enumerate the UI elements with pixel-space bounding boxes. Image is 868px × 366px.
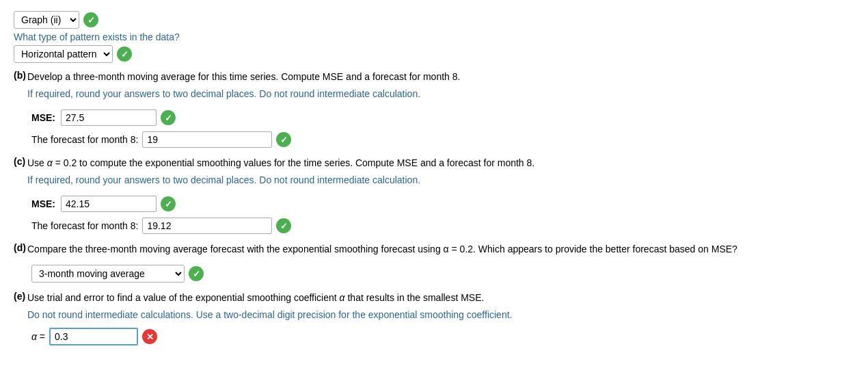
section-e-letter: (e) <box>14 291 27 302</box>
section-e-alpha-label: α = <box>31 331 45 342</box>
section-c-content: Use α = 0.2 to compute the exponential s… <box>27 156 854 190</box>
pattern-question: What type of pattern exists in the data? <box>14 31 854 42</box>
section-d-content: Compare the three-month moving average f… <box>27 242 854 259</box>
section-c-alpha: α <box>47 157 53 168</box>
pattern-select-row: Horizontal pattern Trend pattern Seasona… <box>14 45 854 63</box>
section-e-alpha-symbol: α <box>340 292 345 303</box>
section-c-mse-label: MSE: <box>31 198 55 209</box>
section-c-forecast-row: The forecast for month 8: ✓ <box>14 218 854 234</box>
section-e-alpha-input[interactable] <box>49 328 138 345</box>
section-b-letter: (b) <box>14 70 27 81</box>
section-c-mse-row: MSE: ✓ <box>14 196 854 212</box>
section-b-forecast-check: ✓ <box>276 132 291 147</box>
section-c-forecast-check: ✓ <box>276 218 291 233</box>
section-d-select[interactable]: 3-month moving average Exponential smoot… <box>31 265 185 283</box>
section-b-forecast-input[interactable] <box>142 131 272 148</box>
section-e-x-icon: ✕ <box>142 329 157 344</box>
section-c-forecast-input[interactable] <box>142 218 272 234</box>
section-b-mse-check: ✓ <box>161 110 176 125</box>
section-b-forecast-label: The forecast for month 8: <box>31 134 138 145</box>
section-b-text2: If required, round your answers to two d… <box>27 87 854 101</box>
section-b: (b) Develop a three-month moving average… <box>14 70 854 104</box>
section-d-select-row: 3-month moving average Exponential smoot… <box>14 265 854 283</box>
graph-check-icon: ✓ <box>83 12 98 27</box>
section-c-mse-check: ✓ <box>161 196 176 211</box>
graph-select-row: Graph (i) Graph (ii) Graph (iii) ✓ <box>14 11 854 29</box>
section-c-mse-input[interactable] <box>61 196 157 212</box>
section-e-alpha-row: α = ✕ <box>14 328 854 345</box>
section-e-content: Use trial and error to find a value of t… <box>27 291 854 325</box>
section-d-check: ✓ <box>189 266 204 281</box>
section-c-forecast-label: The forecast for month 8: <box>31 220 138 231</box>
section-b-content: Develop a three-month moving average for… <box>27 70 854 104</box>
section-d: (d) Compare the three-month moving avera… <box>14 242 854 259</box>
section-e: (e) Use trial and error to find a value … <box>14 291 854 325</box>
section-d-text: Compare the three-month moving average f… <box>27 242 854 257</box>
section-c-letter: (c) <box>14 156 27 167</box>
section-b-mse-row: MSE: ✓ <box>14 109 854 126</box>
pattern-select[interactable]: Horizontal pattern Trend pattern Seasona… <box>14 45 113 63</box>
section-b-forecast-row: The forecast for month 8: ✓ <box>14 131 854 148</box>
section-e-text1: Use trial and error to find a value of t… <box>27 291 854 305</box>
section-d-letter: (d) <box>14 242 27 253</box>
section-b-text1-content: Develop a three-month moving average for… <box>27 71 460 82</box>
graph-select[interactable]: Graph (i) Graph (ii) Graph (iii) <box>14 11 79 29</box>
section-c-text2: If required, round your answers to two d… <box>27 173 854 187</box>
section-c: (c) Use α = 0.2 to compute the exponenti… <box>14 156 854 190</box>
section-c-text1: Use α = 0.2 to compute the exponential s… <box>27 156 854 170</box>
section-b-text1: Develop a three-month moving average for… <box>27 70 854 84</box>
section-e-text2: Do not round intermediate calculations. … <box>27 308 854 322</box>
pattern-check-icon: ✓ <box>117 47 132 62</box>
section-b-mse-input[interactable] <box>61 109 157 126</box>
section-b-mse-label: MSE: <box>31 112 55 123</box>
